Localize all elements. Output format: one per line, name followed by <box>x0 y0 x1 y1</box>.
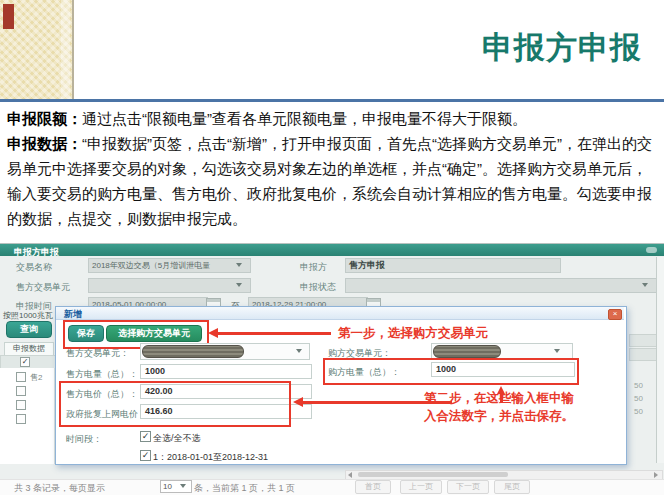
page-size-select[interactable]: 10 <box>160 480 192 493</box>
slide: 申报方申报 申报限额：通过点击“限额电量”查看各单元限额电量，申报电量不得大于限… <box>0 0 664 495</box>
annotation-box-step2-left <box>59 381 291 427</box>
app-titlebar <box>0 244 664 256</box>
paragraph-limit-lead: 申报限额： <box>7 110 82 127</box>
scroll-left-icon[interactable] <box>348 472 352 478</box>
grid-row-text: 售2 <box>30 372 42 383</box>
annotation-step1-text: 第一步，选择购方交易单元 <box>338 325 488 342</box>
paragraph-data-lead: 申报数据： <box>7 135 82 152</box>
close-icon[interactable]: × <box>608 309 622 320</box>
status-select[interactable] <box>345 278 658 293</box>
row-checkbox[interactable] <box>16 414 26 424</box>
title-divider-line <box>0 99 664 102</box>
paragraph-limit-text: 通过点击“限额电量”查看各单元限额电量，申报电量不得大于限额。 <box>82 110 527 127</box>
seller-unit-select[interactable] <box>88 278 251 293</box>
declarer-label: 申报方 <box>300 261 327 274</box>
row-checkbox[interactable] <box>16 372 26 382</box>
chevron-down-icon <box>554 349 560 353</box>
paragraph-data-text: “申报数据”页签，点击“新增”，打开申报页面，首先点“选择购方交易单元”，在弹出… <box>7 135 652 227</box>
grid-side-value: 50 <box>634 381 643 390</box>
annotation-step2-line2: 入合法数字，并点击保存。 <box>424 408 574 425</box>
select-all-checkbox[interactable]: ✓ <box>20 357 30 367</box>
annotation-box-step2-right <box>323 358 579 385</box>
last-page-button[interactable]: 尾页 <box>494 480 530 494</box>
chevron-down-icon <box>180 484 186 488</box>
red-accent-square <box>3 4 14 29</box>
seller-energy-input[interactable]: 1000 <box>140 364 312 379</box>
chevron-down-icon <box>296 349 302 353</box>
trade-name-select[interactable]: 2018年双边交易（5月增训泄电量 <box>88 258 251 273</box>
status-label: 申报状态 <box>300 281 336 294</box>
period-all-checkbox[interactable]: ✓ <box>140 431 151 442</box>
scroll-right-icon[interactable] <box>654 472 658 478</box>
arrow-line <box>217 332 331 335</box>
grid-side-value: 50 <box>634 394 643 403</box>
dlg-period-label: 时间段： <box>66 433 102 446</box>
paragraph-data: 申报数据：“申报数据”页签，点击“新增”，打开申报页面，首先点“选择购方交易单元… <box>7 131 659 231</box>
note-text: 按照1000兆瓦 <box>3 310 53 321</box>
chevron-down-icon <box>236 283 242 287</box>
seller-unit-label: 售方交易单元 <box>16 281 70 294</box>
annotation-step2-line1: 第二步，在这些输入框中输 <box>424 390 574 407</box>
period-item-label: 1：2018-01-01至2018-12-31 <box>153 451 268 464</box>
vertical-scrollbar[interactable] <box>656 257 664 463</box>
grid-side-value: 50 <box>634 407 643 416</box>
period-all-label: 全选/全不选 <box>153 432 201 445</box>
body-text: 申报限额：通过点击“限额电量”查看各单元限额电量，申报电量不得大于限额。 申报数… <box>7 106 659 231</box>
chevron-down-icon <box>642 283 648 287</box>
dialog-titlebar <box>56 307 624 320</box>
first-page-button[interactable]: 首页 <box>355 480 391 494</box>
slide-title: 申报方申报 <box>482 27 642 69</box>
next-page-button[interactable]: 下一页 <box>447 480 489 494</box>
row-checkbox[interactable] <box>16 386 26 396</box>
period-item-checkbox[interactable]: ✓ <box>140 450 151 461</box>
grid-side-cell <box>629 334 659 347</box>
dlg-seller-energy-label: 售方电量（总）： <box>66 368 138 381</box>
scrollbar-thumb[interactable] <box>358 472 508 477</box>
dlg-seller-unit-label: 售方交易单元： <box>66 347 129 360</box>
row-checkbox[interactable] <box>16 400 26 410</box>
paragraph-limit: 申报限额：通过点击“限额电量”查看各单元限额电量，申报电量不得大于限额。 <box>7 106 659 131</box>
grid-rows-area <box>0 368 55 464</box>
trade-name-label: 交易名称 <box>16 261 52 274</box>
grid-side-cell <box>629 348 659 361</box>
records-summary-after: 条，当前第 1 页，共 1 页 <box>194 482 295 495</box>
query-button[interactable]: 查询 <box>6 321 52 338</box>
new-entry-dialog: 新增 × 保存 选择购方交易单元 第一步，选择购方交易单元 售方交易单元： 售方… <box>55 306 627 465</box>
chevron-down-icon <box>236 263 242 267</box>
band-highlight <box>61 0 70 99</box>
pixelated-text <box>142 345 244 358</box>
declarer-field[interactable]: 售方申报 <box>345 258 561 273</box>
app-title: 申报方申报 <box>14 246 59 259</box>
window-icon[interactable] <box>646 247 657 253</box>
prev-page-button[interactable]: 上一页 <box>400 480 442 494</box>
pixelated-text <box>433 345 501 358</box>
records-summary-before: 共 3 条记录，每页显示 <box>14 482 105 495</box>
tab-declare-data[interactable]: 申报数据 <box>4 342 54 356</box>
